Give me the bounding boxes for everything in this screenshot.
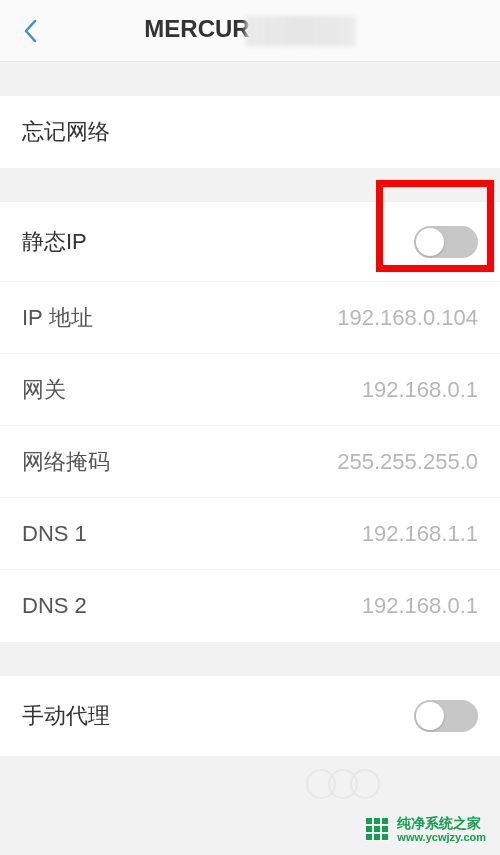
watermark: 纯净系统之家 www.ycwjzy.com [365,816,486,843]
dns2-row[interactable]: DNS 2 192.168.0.1 [0,570,500,642]
manual-proxy-label: 手动代理 [22,701,110,731]
watermark-line1: 纯净系统之家 [397,816,486,831]
netmask-row[interactable]: 网络掩码 255.255.255.0 [0,426,500,498]
watermark-faint-icon [314,769,380,799]
page-title: MERCUR [144,15,355,46]
dns2-label: DNS 2 [22,593,87,619]
manual-proxy-row: 手动代理 [0,676,500,756]
forget-network-label: 忘记网络 [22,117,110,147]
netmask-label: 网络掩码 [22,447,110,477]
ip-address-label: IP 地址 [22,303,93,333]
netmask-value: 255.255.255.0 [337,449,478,475]
ip-address-row[interactable]: IP 地址 192.168.0.104 [0,282,500,354]
ip-address-value: 192.168.0.104 [337,305,478,331]
header: MERCUR [0,0,500,62]
watermark-text: 纯净系统之家 www.ycwjzy.com [397,816,486,843]
forget-network-group: 忘记网络 [0,96,500,168]
toggle-knob [416,228,444,256]
dns1-label: DNS 1 [22,521,87,547]
title-text: MERCUR [144,15,249,42]
manual-proxy-toggle[interactable] [414,700,478,732]
back-button[interactable] [18,19,42,43]
dns1-row[interactable]: DNS 1 192.168.1.1 [0,498,500,570]
title-obscured [246,16,356,46]
gateway-value: 192.168.0.1 [362,377,478,403]
static-ip-label: 静态IP [22,227,87,257]
manual-proxy-group: 手动代理 [0,676,500,756]
gateway-row[interactable]: 网关 192.168.0.1 [0,354,500,426]
dns2-value: 192.168.0.1 [362,593,478,619]
watermark-logo-icon [365,817,389,841]
toggle-knob [416,702,444,730]
forget-network-row[interactable]: 忘记网络 [0,96,500,168]
static-ip-toggle[interactable] [414,226,478,258]
chevron-left-icon [22,17,38,45]
watermark-line2: www.ycwjzy.com [397,831,486,843]
dns1-value: 192.168.1.1 [362,521,478,547]
static-ip-row: 静态IP [0,202,500,282]
gateway-label: 网关 [22,375,66,405]
static-ip-group: 静态IP IP 地址 192.168.0.104 网关 192.168.0.1 … [0,202,500,642]
